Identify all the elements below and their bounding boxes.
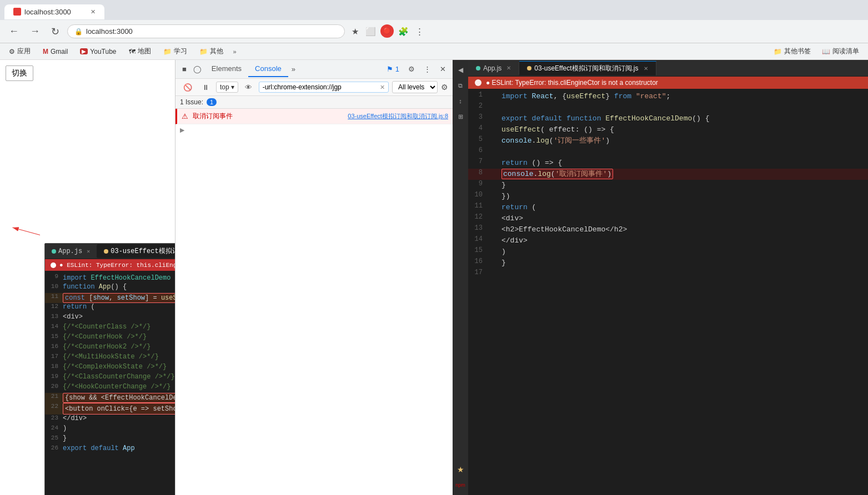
vscode-main-tab-app[interactable]: App.js ✕ [468,62,519,74]
highlighted-code-box: <button onClick={e => setShow(!show)}>切换… [63,403,175,415]
overlay-code-line-20: 20 {/*<HookCounterChange />*/} [45,383,175,393]
overlay-error-text: ● ESLint: TypeError: this.cliEngineCtor … [59,262,175,269]
main-code-line-5: 5 console.log('订阅一些事件') [468,135,868,147]
devtools-issues-btn[interactable]: ⚑ 1 [383,63,403,75]
reading-list[interactable]: 📖 阅读清单 [819,46,862,57]
filter-input-wrap[interactable]: ✕ [259,82,389,93]
side-icon-copy[interactable]: ⧉ [455,80,466,91]
browser-page: 切换 App.js ✕ 03-useEffect模拟订阅和取 [0,60,175,495]
issues-badge: 1 [207,98,217,106]
main-tab-app-label: App.js [483,64,501,72]
line-content: const [show, setShow] = useState( initia… [63,293,175,303]
highlighted-code-box: const [show, setShow] = useState( initia… [63,293,175,303]
devtools-tab-elements[interactable]: Elements [205,61,248,77]
line-number: 15 [47,333,63,340]
address-bar[interactable]: 🔒 localhost:3000 [67,24,345,38]
main-line-number: 3 [468,113,491,121]
main-line-content: } [501,180,868,191]
overlay-code-line-25: 25} [45,435,175,445]
filter-clear-btn[interactable]: ✕ [380,84,385,91]
address-text: localhost:3000 [86,27,338,36]
devtools-eye-btn[interactable]: 👁 [242,82,255,93]
main-tab-app-close[interactable]: ✕ [506,65,511,71]
line-number: 21 [47,393,63,400]
console-message-error[interactable]: ⚠ 取消订阅事件 03-useEffect模拟订阅和取消订阅.js:8 [175,109,453,124]
side-icon-npm[interactable]: npm [455,479,466,491]
overlay-tab-effect[interactable]: 03-useEffect模拟订阅和取消订阅.js ✕ [97,244,175,258]
filter-input[interactable] [263,83,380,91]
reload-button[interactable]: ↻ [48,24,63,39]
level-select[interactable]: All levels [392,81,438,93]
devtools-console-settings[interactable]: ⚙ [441,83,448,92]
overlay-tab-app-dot [52,249,56,254]
close-tab-icon[interactable]: ✕ [91,8,96,16]
bookmark-other[interactable]: 📁 其他 [196,46,227,57]
devtools-tab-more[interactable]: » [288,63,299,75]
main-line-content: export default function EffectHookCancel… [501,113,868,124]
bookmark-maps[interactable]: 🗺 地图 [126,46,154,57]
bookmark-study[interactable]: 📁 学习 [160,46,190,57]
main-line-number: 16 [468,257,491,265]
side-icon-fold[interactable]: ◀ [455,64,466,75]
main-line-content: } [501,257,868,269]
other-bookmarks[interactable]: 📁 其他书签 [770,46,814,57]
nav-bar: ← → ↻ 🔒 localhost:3000 ★ ⬜ 🔴 🧩 ⋮ [0,20,868,43]
devtools-more-btn[interactable]: ⋮ [420,63,434,75]
line-content: </div> [63,415,175,422]
main-error-banner-text: ● ESLint: TypeError: this.cliEngineCtor … [486,79,658,87]
tab-title: localhost:3000 [24,8,71,16]
main-code-line-14: 14 </div> [468,235,868,246]
main-line-content: import React, {useEffect} from "react"; [501,91,868,102]
side-icon-middle[interactable]: ⊞ [455,111,466,122]
svg-line-1 [13,228,41,235]
overlay-tab-app-close[interactable]: ✕ [87,248,90,255]
context-chevron: ▾ [231,83,234,91]
overlay-code-line-9: 9import EffectHookCancelDemo from './03-… [45,273,175,283]
main-line-number: 12 [468,213,491,221]
profile-button[interactable]: 🔴 [380,24,394,38]
devtools-clear-btn[interactable]: 🚫 [180,82,195,93]
devtools-mobile-btn[interactable]: ◯ [190,63,205,75]
main-highlighted-box: console.log('取消订阅事件') [501,169,613,179]
line-content: <button onClick={e => setShow(!show)}>切换… [63,403,175,415]
line-number: 20 [47,383,63,390]
side-icon-arrow[interactable]: ↕ [455,95,466,107]
line-content: } [63,435,175,442]
bookmark-button[interactable]: ★ [349,24,361,39]
overlay-tab-app[interactable]: App.js ✕ [45,245,97,257]
devtools-close-btn[interactable]: ✕ [436,63,449,75]
error-msg-text: 取消订阅事件 [193,112,343,121]
side-icon-star[interactable]: ★ [455,464,466,475]
switch-button[interactable]: 切换 [6,65,33,81]
bookmark-maps-label: 地图 [138,47,151,56]
bookmark-youtube[interactable]: ▶ YouTube [77,47,119,57]
bookmarks-more[interactable]: » [233,48,237,55]
line-number: 24 [47,425,63,431]
devtools-inspect-btn[interactable]: ■ [179,63,190,75]
main-line-content: </div> [501,235,868,246]
error-msg-source[interactable]: 03-useEffect模拟订阅和取消订阅.js:8 [348,112,448,120]
bookmark-apps[interactable]: ⚙ 应用 [6,46,34,57]
main-tab-effect-close[interactable]: ✕ [644,65,648,72]
context-filter[interactable]: top ▾ [216,82,238,93]
menu-button[interactable]: ⋮ [413,24,426,39]
overlay-tab-app-label: App.js [58,248,82,255]
overlay-tab-effect-label: 03-useEffect模拟订阅和取消订阅.js [111,246,175,256]
line-content: function App() { [63,283,175,291]
cast-button[interactable]: ⬜ [363,24,378,39]
bookmark-gmail[interactable]: M Gmail [39,47,71,57]
devtools-tab-console[interactable]: Console [248,61,288,77]
main-line-number: 9 [468,180,491,188]
back-button[interactable]: ← [6,24,22,38]
line-content: return ( [63,303,175,311]
forward-button[interactable]: → [27,24,43,38]
main-line-content: <div> [501,213,868,224]
vscode-main-tab-effect[interactable]: 03-useEffect模拟订阅和取消订阅.js ✕ [519,61,656,75]
browser-tab-active[interactable]: localhost:3000 ✕ [4,4,104,19]
vscode-overlay-tabs: App.js ✕ 03-useEffect模拟订阅和取消订阅.js ✕ [45,244,175,259]
devtools-settings-btn[interactable]: ⚙ [405,63,418,75]
devtools-pause-btn[interactable]: ⏸ [199,82,213,93]
extensions-button[interactable]: 🧩 [396,24,411,39]
line-number: 10 [47,283,63,290]
overlay-code-line-21: 21 {show && <EffectHookCancelDemo />} [45,393,175,403]
